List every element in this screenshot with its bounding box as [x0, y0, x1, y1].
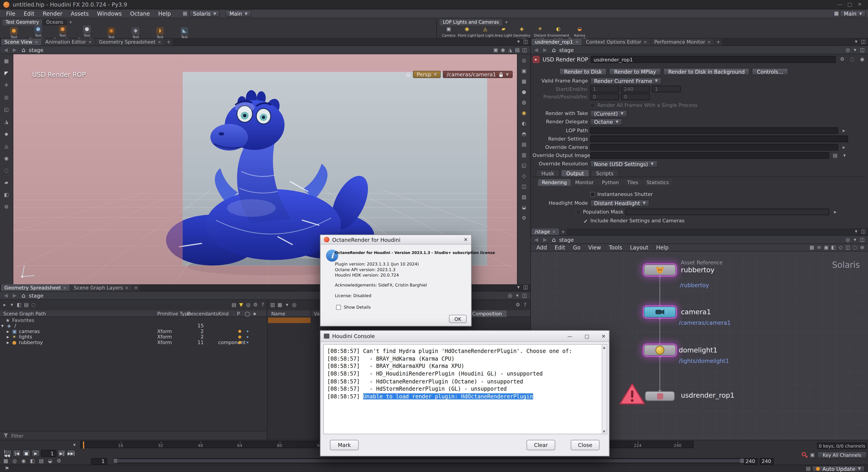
- visible-dot-icon[interactable]: ●: [238, 334, 242, 340]
- pin-icon[interactable]: ◎: [844, 46, 851, 53]
- visible-dot-icon[interactable]: ●: [238, 329, 242, 334]
- split-pane-icon[interactable]: ◫: [522, 284, 529, 291]
- background-icon[interactable]: ▧: [520, 194, 527, 201]
- key-tool-icon[interactable]: ◧: [3, 191, 10, 199]
- camera-view-icon[interactable]: ◉: [499, 46, 506, 53]
- back-icon[interactable]: ◀: [2, 292, 9, 299]
- range-start-field[interactable]: 1: [91, 458, 107, 464]
- inspector-expand-icon[interactable]: ▾: [283, 301, 291, 309]
- expand-all-icon[interactable]: ▾: [8, 301, 16, 309]
- ok-button[interactable]: OK: [449, 315, 467, 323]
- shelf-tab-test-geometry[interactable]: Test Geometry: [2, 19, 42, 25]
- target-icon[interactable]: ◎: [245, 301, 252, 309]
- net-color-icon[interactable]: ◧: [830, 244, 837, 251]
- filter-input[interactable]: Filter: [11, 433, 24, 438]
- shelf-tab-lop-lights-cameras[interactable]: LOP Lights and Cameras: [439, 19, 502, 25]
- close-tab-icon[interactable]: ✕: [707, 39, 711, 44]
- params-path[interactable]: stage: [559, 47, 574, 53]
- gear-icon[interactable]: ⚙: [839, 56, 846, 63]
- instantaneous-shutter-checkbox[interactable]: [590, 192, 595, 197]
- inspector-selected-row[interactable]: [268, 317, 311, 323]
- forward-icon[interactable]: ▶: [11, 292, 18, 299]
- pane-maximize-icon[interactable]: ◫: [859, 46, 866, 53]
- file-chooser-icon[interactable]: ▤: [831, 152, 839, 159]
- tree-row-root[interactable]: ▾ ◈ / 15: [0, 323, 266, 329]
- node-chooser-icon[interactable]: ▸: [840, 143, 848, 151]
- split-pane-icon[interactable]: ◫: [860, 228, 867, 235]
- frame-view-icon[interactable]: ◱: [520, 162, 527, 169]
- close-tab-icon[interactable]: ✕: [158, 39, 161, 44]
- update-mode-dropdown[interactable]: Auto Update ▼: [812, 466, 865, 472]
- render-to-mplay-button[interactable]: Render to MPlay: [609, 68, 661, 75]
- desktop-selector[interactable]: Solaris▼: [189, 10, 220, 17]
- play-button[interactable]: ▶: [32, 450, 40, 457]
- brush-tool-icon[interactable]: ▰: [3, 179, 10, 187]
- playbar-gear-icon[interactable]: ⚙: [55, 458, 63, 465]
- menu-assets[interactable]: Assets: [67, 9, 93, 18]
- current-frame-field[interactable]: 1: [41, 450, 57, 457]
- info-icon[interactable]: ◉: [859, 56, 866, 63]
- net-menu-tools[interactable]: Tools: [605, 244, 626, 251]
- tree-row-cameras[interactable]: ▸ ▣ cameras Xform 2 ● ▸: [0, 329, 266, 334]
- lop-path-input[interactable]: [590, 127, 838, 134]
- tab-composition[interactable]: Composition: [468, 310, 506, 317]
- net-menu-help[interactable]: Help: [652, 244, 673, 251]
- search-icon[interactable]: ◌: [848, 56, 856, 63]
- forward-icon[interactable]: ▶: [11, 46, 18, 53]
- close-console-icon[interactable]: ✕: [601, 333, 606, 339]
- tab-performance-monitor[interactable]: Performance Monitor✕: [651, 39, 714, 45]
- list-view-icon[interactable]: ▤: [230, 301, 238, 309]
- select-tool-icon[interactable]: ◤: [3, 70, 10, 77]
- chevron-down-icon[interactable]: ▾: [841, 152, 848, 159]
- net-snapshot-icon[interactable]: ▣: [823, 244, 830, 251]
- view-tool-icon[interactable]: ◉: [3, 155, 10, 162]
- folder-tab-output[interactable]: Output: [561, 169, 589, 176]
- console-titlebar[interactable]: Houdini Console — ▢ ✕: [320, 331, 609, 342]
- render-background-button[interactable]: Render to Disk in Background: [663, 68, 749, 75]
- close-tab-icon[interactable]: ✕: [575, 39, 579, 44]
- render-settings-input[interactable]: [590, 136, 848, 142]
- override-camera-input[interactable]: [590, 144, 838, 150]
- home-path-icon[interactable]: ⌂: [20, 46, 27, 53]
- forward-icon[interactable]: ▶: [541, 236, 549, 243]
- simcache-icon[interactable]: ◒: [46, 458, 54, 465]
- lasso-tool-icon[interactable]: ◌: [3, 167, 10, 174]
- main-desktop-selector[interactable]: Main▼: [226, 10, 251, 17]
- add-pane-tab-icon[interactable]: +: [132, 284, 140, 291]
- inspector-pin-icon[interactable]: ◎: [290, 301, 298, 309]
- close-button[interactable]: Close: [571, 440, 599, 450]
- menu-render[interactable]: Render: [39, 9, 66, 18]
- pane-menu-icon[interactable]: ▾: [515, 284, 522, 291]
- expander-closed-icon[interactable]: ▸: [6, 329, 9, 334]
- folder-tab-scripts[interactable]: Scripts: [591, 169, 619, 176]
- render-to-disk-button[interactable]: Render to Disk: [559, 68, 607, 75]
- tool-menu-icon[interactable]: ▦: [3, 58, 10, 65]
- shadows-icon[interactable]: ◐: [520, 120, 527, 127]
- scroll-up-icon[interactable]: ▲: [603, 345, 605, 349]
- pane-menu-icon[interactable]: ▾: [851, 46, 859, 53]
- layout-quad-icon[interactable]: ▦: [520, 78, 527, 85]
- status-flag-icon[interactable]: ⚑: [3, 465, 11, 472]
- range-end-field[interactable]: 240: [743, 458, 758, 464]
- net-search-icon[interactable]: ◌: [851, 244, 859, 251]
- audio-icon[interactable]: ◉: [20, 458, 27, 465]
- add-shelf-tab-icon[interactable]: +: [67, 19, 74, 25]
- collapse-all-icon[interactable]: ▸: [1, 301, 8, 309]
- scenegraph-path[interactable]: stage: [29, 292, 43, 299]
- menu-file[interactable]: File: [2, 9, 19, 18]
- tab-scene-view[interactable]: Scene View✕: [1, 39, 41, 45]
- check-icon[interactable]: ✓: [584, 217, 588, 224]
- expander-closed-icon[interactable]: ▸: [6, 340, 9, 345]
- minimize-window-icon[interactable]: —: [835, 2, 845, 7]
- expander-closed-icon[interactable]: ▸: [6, 334, 9, 340]
- gear-icon[interactable]: ⚙: [252, 301, 259, 309]
- tab-usdrender-rop1[interactable]: usdrender_rop1✕: [531, 39, 582, 45]
- net-menu-edit[interactable]: Edit: [551, 244, 569, 251]
- snapshot-icon[interactable]: ▣: [492, 46, 499, 53]
- tree-search-icon[interactable]: ◌: [30, 301, 37, 309]
- inc-frame-field[interactable]: 1: [652, 86, 681, 92]
- range-handle-left[interactable]: [114, 459, 117, 463]
- node-rubbertoy[interactable]: [644, 264, 676, 275]
- octane-dialog-titlebar[interactable]: OctaneRender for Houdini ✕: [320, 235, 471, 245]
- home-path-icon[interactable]: ⌂: [20, 292, 27, 299]
